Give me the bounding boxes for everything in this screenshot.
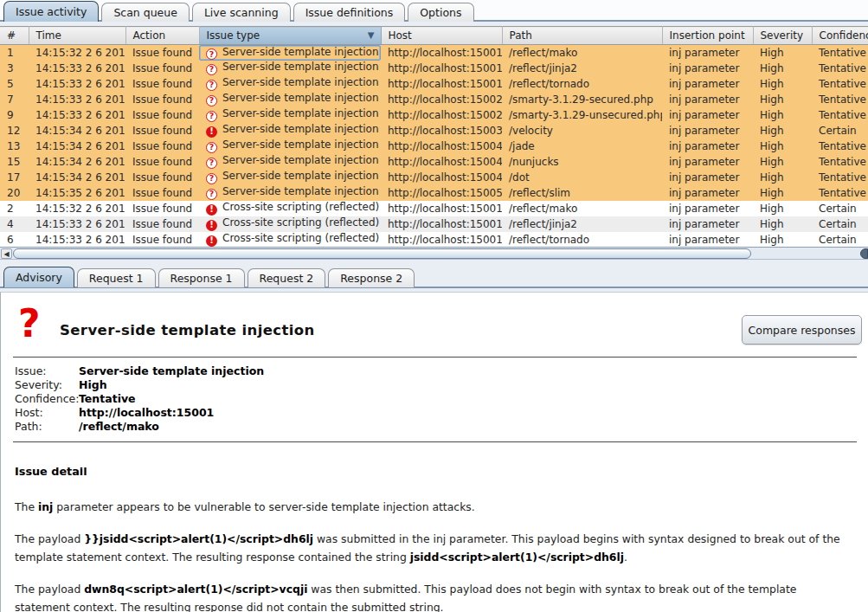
horizontal-scrollbar[interactable]: ◀ <box>0 247 868 260</box>
cell-path: /reflect/tornado <box>502 76 662 92</box>
cell-host: http://localhost:15001 <box>381 232 502 248</box>
column-header-issue-type[interactable]: Issue type▼ <box>199 27 381 45</box>
issue-type-label: Server-side template injection <box>222 170 379 182</box>
cell-issue-type: !Cross-site scripting (reflected) <box>199 201 381 216</box>
field-value: Server-side template injection <box>79 364 264 378</box>
compare-responses-button[interactable]: Compare responses <box>742 315 862 345</box>
tentative-issue-icon: ? <box>206 189 217 200</box>
cell-number: 3 <box>0 61 29 76</box>
cell-host: http://localhost:15004 <box>381 154 502 170</box>
cell-path: /reflect/slim <box>502 185 662 201</box>
table-row[interactable]: 4 14:15:33 2 6 2017 Issue found !Cross-s… <box>0 216 868 232</box>
advisory-header: ? Server-side template injection Compare… <box>1 293 868 357</box>
tab-label: Response 2 <box>340 272 402 285</box>
tab-options[interactable]: Options <box>408 3 473 22</box>
cell-severity: High <box>753 61 812 76</box>
column-header-severity[interactable]: Severity <box>753 27 812 45</box>
issue-detail-heading: Issue detail <box>15 465 868 478</box>
cell-issue-type: !Cross-site scripting (reflected) <box>199 216 381 232</box>
table-row[interactable]: 13 14:15:34 2 6 2017 Issue found ?Server… <box>0 139 868 154</box>
summary-field-row: Path: /reflect/mako <box>15 420 868 434</box>
cell-number: 1 <box>0 45 29 61</box>
cell-action: Issue found <box>125 185 199 201</box>
issue-type-label: Cross-site scripting (reflected) <box>222 201 379 213</box>
table-row[interactable]: 12 14:15:34 2 6 2017 Issue found !Server… <box>0 123 868 139</box>
scroll-left-button[interactable]: ◀ <box>1 248 12 259</box>
cell-severity: High <box>753 232 812 248</box>
column-header-time[interactable]: Time <box>29 27 125 45</box>
tentative-issue-icon: ? <box>206 158 217 169</box>
tab-advisory[interactable]: Advisory <box>3 267 74 287</box>
cell-number: 13 <box>0 139 29 154</box>
cell-action: Issue found <box>125 216 199 232</box>
issue-detail-text: The inj parameter appears to be vulnerab… <box>1 478 868 612</box>
table-row[interactable]: 20 14:15:35 2 6 2017 Issue found ?Server… <box>0 185 868 201</box>
cell-time: 14:15:33 2 6 2017 <box>29 107 125 123</box>
column-header-action[interactable]: Action <box>125 27 199 45</box>
cell-insertion-point: inj parameter <box>662 45 753 61</box>
advisory-tabbar: AdvisoryRequest 1Response 1Request 2Resp… <box>3 267 415 287</box>
summary-field-row: Issue: Server-side template injection <box>15 364 868 378</box>
cell-severity: High <box>753 76 812 92</box>
cell-time: 14:15:33 2 6 2017 <box>29 76 125 92</box>
table-row[interactable]: 17 14:15:34 2 6 2017 Issue found ?Server… <box>0 170 868 185</box>
scroll-right-button[interactable] <box>860 248 868 259</box>
tab-request-2[interactable]: Request 2 <box>248 268 326 287</box>
cell-issue-type: ?Server-side template injection <box>199 92 381 107</box>
cell-insertion-point: inj parameter <box>662 92 753 107</box>
table-row[interactable]: 3 14:15:33 2 6 2017 Issue found ?Server-… <box>0 61 868 76</box>
cell-path: /reflect/mako <box>502 45 662 61</box>
tab-scan-queue[interactable]: Scan queue <box>101 3 190 22</box>
cell-host: http://localhost:15001 <box>381 216 502 232</box>
detail-paragraph: The inj parameter appears to be vulnerab… <box>15 498 854 516</box>
field-label: Confidence: <box>15 392 79 406</box>
cell-confidence: Tentative <box>812 76 868 92</box>
table-row[interactable]: 2 14:15:32 2 6 2017 Issue found !Cross-s… <box>0 201 868 216</box>
tab-response-2[interactable]: Response 2 <box>328 268 415 287</box>
column-header-confidence[interactable]: Confidence <box>812 27 868 45</box>
cell-path: /nunjucks <box>502 154 662 170</box>
column-header-insertion-point[interactable]: Insertion point <box>662 27 753 45</box>
cell-number: 2 <box>0 201 29 216</box>
cell-confidence: Tentative <box>812 107 868 123</box>
cell-host: http://localhost:15005 <box>381 185 502 201</box>
cell-time: 14:15:35 2 6 2017 <box>29 185 125 201</box>
tentative-issue-icon: ? <box>18 303 41 345</box>
issue-type-label: Server-side template injection <box>222 107 379 119</box>
tab-issue-activity[interactable]: Issue activity <box>3 1 99 22</box>
cell-insertion-point: inj parameter <box>662 185 753 201</box>
table-row[interactable]: 5 14:15:33 2 6 2017 Issue found ?Server-… <box>0 76 868 92</box>
tentative-issue-icon: ? <box>206 173 217 184</box>
column-header-path[interactable]: Path <box>502 27 662 45</box>
cell-severity: High <box>753 201 812 216</box>
cell-number: 4 <box>0 216 29 232</box>
cell-action: Issue found <box>125 61 199 76</box>
column-header-number[interactable]: # <box>0 27 29 45</box>
cell-action: Issue found <box>125 107 199 123</box>
tab-label: Response 1 <box>170 272 233 285</box>
cell-action: Issue found <box>125 154 199 170</box>
scrollbar-thumb[interactable] <box>13 248 751 259</box>
cell-number: 12 <box>0 123 29 139</box>
table-row[interactable]: 7 14:15:33 2 6 2017 Issue found ?Server-… <box>0 92 868 107</box>
cell-path: /velocity <box>502 123 662 139</box>
advisory-panel: ? Server-side template injection Compare… <box>0 292 868 612</box>
tab-label: Issue definitions <box>305 6 394 19</box>
cell-path: /smarty-3.1.29-secured.php <box>502 92 662 107</box>
cell-insertion-point: inj parameter <box>662 201 753 216</box>
tab-issue-definitions[interactable]: Issue definitions <box>293 3 406 22</box>
table-row[interactable]: 9 14:15:33 2 6 2017 Issue found ?Server-… <box>0 107 868 123</box>
column-header-host[interactable]: Host <box>381 27 502 45</box>
table-row[interactable]: 15 14:15:34 2 6 2017 Issue found ?Server… <box>0 154 868 170</box>
tab-response-1[interactable]: Response 1 <box>158 268 245 287</box>
tab-live-scanning[interactable]: Live scanning <box>192 3 291 22</box>
cell-issue-type: ?Server-side template injection <box>199 154 381 170</box>
cell-issue-type: ?Server-side template injection <box>199 170 381 185</box>
tab-label: Live scanning <box>204 6 279 19</box>
cell-insertion-point: inj parameter <box>662 61 753 76</box>
cell-confidence: Tentative <box>812 139 868 154</box>
tab-request-1[interactable]: Request 1 <box>77 268 156 287</box>
cell-path: /reflect/jinja2 <box>502 216 662 232</box>
table-row[interactable]: 6 14:15:33 2 6 2017 Issue found !Cross-s… <box>0 232 868 248</box>
table-row[interactable]: 1 14:15:32 2 6 2017 Issue found ?Server-… <box>0 45 868 61</box>
